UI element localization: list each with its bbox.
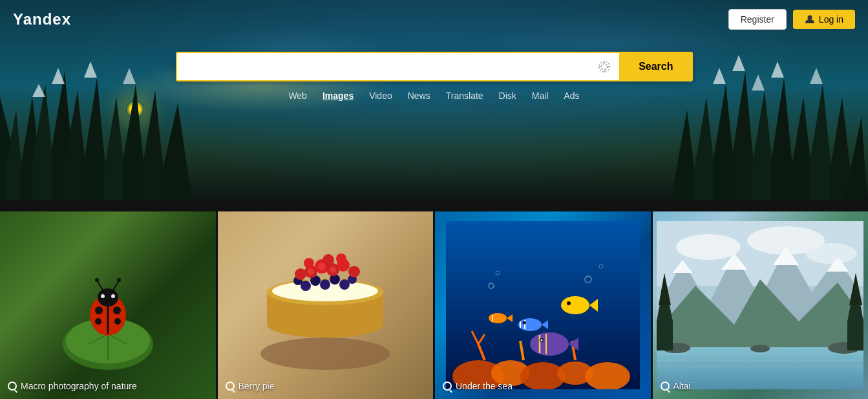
sea-caption: Under the sea — [443, 381, 513, 391]
svg-marker-15 — [123, 68, 136, 84]
svg-point-55 — [260, 338, 390, 370]
ladybug-image — [0, 211, 216, 399]
camera-search-button[interactable] — [589, 52, 619, 81]
svg-point-115 — [805, 243, 857, 264]
svg-point-47 — [95, 318, 101, 325]
logo: Yandex — [13, 10, 71, 28]
svg-point-75 — [330, 266, 336, 273]
svg-point-48 — [114, 318, 121, 325]
svg-marker-13 — [52, 68, 65, 84]
grid-item-altai[interactable]: Altai — [651, 211, 869, 399]
svg-marker-14 — [84, 61, 97, 78]
camera-icon — [597, 59, 611, 74]
svg-point-92 — [567, 301, 571, 305]
svg-point-113 — [676, 234, 741, 260]
svg-point-72 — [348, 266, 360, 277]
svg-point-52 — [117, 278, 121, 282]
svg-rect-130 — [657, 321, 673, 350]
svg-point-54 — [111, 294, 115, 298]
search-area: Search Web Images Video News Translate D… — [176, 52, 693, 101]
svg-point-0 — [807, 16, 812, 20]
search-input[interactable] — [176, 52, 590, 81]
svg-point-90 — [561, 296, 589, 314]
pie-image — [218, 211, 434, 399]
svg-point-103 — [540, 340, 542, 341]
search-icon-pie — [226, 382, 235, 391]
svg-point-97 — [522, 321, 525, 325]
nav-news[interactable]: News — [408, 91, 430, 101]
svg-point-84 — [585, 362, 630, 389]
svg-point-129 — [750, 345, 770, 352]
svg-point-93 — [518, 318, 542, 331]
svg-marker-11 — [162, 103, 194, 213]
nav-ads[interactable]: Ads — [564, 91, 580, 101]
nav-translate[interactable]: Translate — [446, 91, 483, 101]
nav-video[interactable]: Video — [369, 91, 392, 101]
svg-point-77 — [323, 254, 334, 266]
nav-images[interactable]: Images — [323, 91, 354, 101]
pie-caption: Berry pie — [226, 381, 275, 391]
search-icon-sea — [443, 382, 452, 391]
search-icon-altai — [661, 382, 670, 391]
grid-item-ladybug[interactable]: Macro photography of nature — [0, 211, 216, 399]
search-box: Search — [176, 52, 693, 81]
svg-point-31 — [602, 63, 608, 69]
svg-marker-27 — [732, 55, 745, 71]
header: Yandex Register Log in — [0, 0, 868, 39]
user-icon — [805, 14, 815, 25]
trees-left — [0, 32, 194, 213]
svg-point-104 — [489, 313, 507, 323]
svg-marker-26 — [713, 68, 726, 84]
svg-line-49 — [97, 281, 103, 291]
login-button[interactable]: Log in — [793, 10, 855, 29]
nav-web[interactable]: Web — [288, 91, 307, 101]
svg-rect-133 — [847, 321, 863, 350]
sea-image — [435, 211, 651, 399]
nav-links: Web Images Video News Translate Disk Mai… — [288, 91, 579, 101]
svg-point-98 — [530, 332, 569, 356]
header-buttons: Register Log in — [728, 9, 855, 30]
svg-marker-29 — [771, 61, 784, 78]
svg-point-53 — [101, 294, 105, 298]
nav-mail[interactable]: Mail — [532, 91, 549, 101]
nav-disk[interactable]: Disk — [499, 91, 516, 101]
trees-right — [674, 32, 868, 213]
svg-point-45 — [95, 307, 103, 314]
altai-caption: Altai — [661, 381, 691, 391]
svg-point-76 — [304, 258, 314, 268]
svg-point-73 — [308, 268, 314, 275]
register-button[interactable]: Register — [728, 9, 787, 30]
svg-marker-28 — [752, 74, 765, 91]
svg-marker-30 — [810, 68, 823, 84]
altai-image — [653, 211, 869, 399]
svg-point-51 — [95, 278, 99, 282]
svg-point-62 — [320, 279, 330, 290]
svg-marker-12 — [32, 84, 45, 97]
search-button[interactable]: Search — [619, 52, 692, 81]
image-grid: Macro photography of nature — [0, 211, 868, 399]
search-icon-ladybug — [8, 382, 17, 391]
svg-point-78 — [336, 253, 346, 264]
grid-item-pie[interactable]: Berry pie — [216, 211, 434, 399]
grid-item-sea[interactable]: Under the sea — [433, 211, 651, 399]
svg-point-71 — [295, 268, 306, 280]
ladybug-caption: Macro photography of nature — [8, 381, 137, 391]
svg-line-50 — [112, 281, 119, 291]
svg-point-46 — [113, 307, 121, 314]
